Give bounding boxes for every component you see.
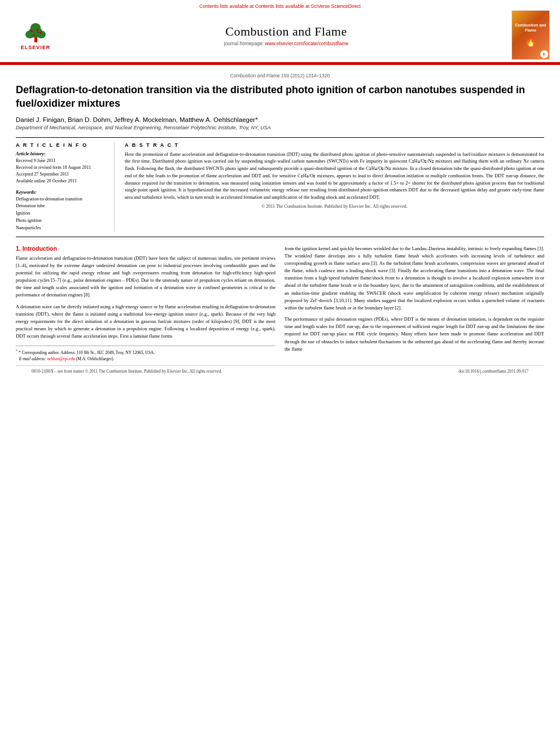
elsevier-tree-icon — [20, 20, 51, 43]
intro-paragraph-1: Flame acceleration and deflagration-to-d… — [16, 255, 275, 299]
elsevier-logo: ELSEVIER — [10, 20, 61, 50]
journal-homepage-link[interactable]: www.elsevier.com/locate/combustflame — [265, 41, 348, 46]
body-right-column: from the ignition kernel and quickly bec… — [285, 245, 544, 362]
svg-point-2 — [25, 30, 34, 38]
journal-homepage: journal homepage: www.elsevier.com/locat… — [61, 41, 511, 46]
article-affiliation: Department of Mechanical, Aerospace, and… — [16, 125, 544, 130]
sciverse-line: Contents lists available at Contents lis… — [0, 3, 560, 9]
journal-top-row: ELSEVIER Combustion and Flame journal ho… — [0, 10, 560, 60]
right-paragraph-2: The performance of pulse detonation engi… — [285, 316, 544, 353]
journal-header: Contents lists available at Contents lis… — [0, 0, 560, 63]
article-info-abstract-section: A R T I C L E I N F O Article history: R… — [16, 137, 544, 237]
revised-date: Received in revised form 18 August 2011 — [16, 164, 108, 171]
keywords-label: Keywords: — [16, 189, 108, 195]
article-content: Combustion and Flame 159 (2012) 1314–132… — [0, 65, 560, 385]
footnote-email-link[interactable]: oehlsm@rpi.edu — [47, 356, 75, 361]
svg-point-6 — [36, 29, 38, 31]
cover-flame-icon: 🔥 — [524, 35, 537, 47]
footnote-section: * * Corresponding author. Address: 110 8… — [16, 346, 275, 362]
cover-title-text: Combustion and Flame — [514, 23, 547, 33]
abstract-text: Here the promotion of flame acceleration… — [125, 151, 544, 201]
footnote-email: E-mail address: oehlsm@rpi.edu (M.A. Oeh… — [16, 356, 275, 362]
keyword-3: Ignition — [16, 210, 108, 217]
journal-title: Combustion and Flame — [61, 24, 511, 39]
article-info-column: A R T I C L E I N F O Article history: R… — [16, 142, 115, 232]
article-title: Deflagration-to-detonation transition vi… — [16, 83, 544, 111]
received-date: Received 9 June 2011 — [16, 158, 108, 164]
available-date: Available online 20 October 2011 — [16, 178, 108, 185]
doi-text: doi:10.1016/j.combustflame.2011.09.017 — [458, 369, 528, 374]
article-history-label: Article history: — [16, 151, 108, 156]
keyword-2: Detonation tube — [16, 203, 108, 210]
body-left-column: 1. Introduction Flame acceleration and d… — [16, 245, 275, 362]
footnote-corresponding: * * Corresponding author. Address: 110 8… — [16, 348, 275, 356]
svg-point-7 — [33, 34, 35, 37]
svg-point-5 — [30, 30, 33, 32]
keywords-section: Keywords: Deflagration-to-detonation tra… — [16, 189, 108, 232]
issn-text: 0010-2180/$ – see front matter © 2011 Th… — [32, 369, 222, 374]
cover-badge: E — [540, 50, 548, 58]
sciverse-link[interactable]: Contents lists available at SciVerse Sci… — [255, 3, 361, 9]
accepted-date: Accepted 27 September 2011 — [16, 171, 108, 178]
elsevier-wordmark: ELSEVIER — [21, 45, 51, 50]
journal-cover-thumbnail: Combustion and Flame 🔥 E — [511, 10, 550, 60]
abstract-copyright: © 2011 The Combustion Institute. Publish… — [125, 204, 544, 209]
keyword-4: Photo ignition — [16, 217, 108, 225]
article-info-label: A R T I C L E I N F O — [16, 142, 108, 148]
svg-point-8 — [39, 32, 41, 34]
abstract-column: A B S T R A C T Here the promotion of fl… — [125, 142, 544, 232]
keyword-1: Deflagration-to-detonation transition — [16, 196, 108, 203]
section1-title: 1. Introduction — [16, 245, 275, 252]
right-paragraph-1: from the ignition kernel and quickly bec… — [285, 245, 544, 312]
intro-paragraph-2: A detonation wave can be directly initia… — [16, 303, 275, 340]
authors-text: Daniel J. Finigan, Brian D. Dohm, Jeffre… — [16, 116, 258, 123]
volume-info: Combustion and Flame 159 (2012) 1314–132… — [16, 73, 544, 78]
journal-title-center: Combustion and Flame journal homepage: w… — [61, 24, 511, 46]
abstract-label: A B S T R A C T — [125, 142, 544, 148]
article-authors: Daniel J. Finigan, Brian D. Dohm, Jeffre… — [16, 116, 544, 123]
bottom-bar: 0010-2180/$ – see front matter © 2011 Th… — [16, 365, 544, 377]
svg-point-3 — [37, 30, 46, 38]
keyword-5: Nanoparticles — [16, 225, 108, 232]
article-history: Article history: Received 9 June 2011 Re… — [16, 151, 108, 185]
body-content: 1. Introduction Flame acceleration and d… — [16, 245, 544, 362]
